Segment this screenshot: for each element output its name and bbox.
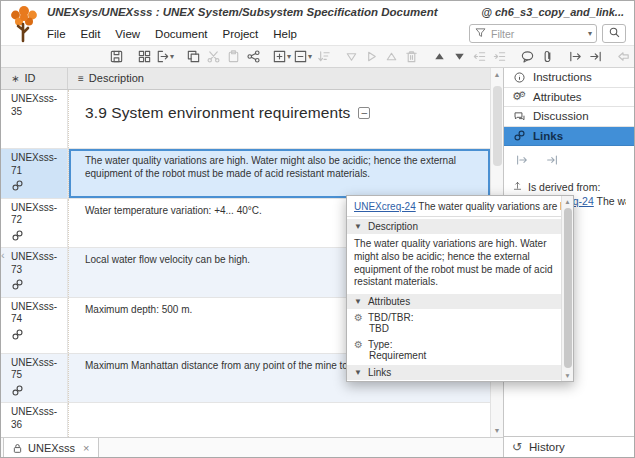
popup-section-attributes[interactable]: ▼ Attributes xyxy=(347,294,561,309)
tab-close-icon[interactable]: × xyxy=(83,442,89,454)
menu-edit[interactable]: Edit xyxy=(81,28,101,40)
popup-header-link[interactable]: UNEXcreq-24 xyxy=(354,201,416,212)
view-grid-icon xyxy=(137,49,152,64)
column-header-id[interactable]: ∗ID xyxy=(1,68,68,89)
popup-vertical-scrollbar[interactable]: ▲ ▼ xyxy=(561,196,573,381)
table-row[interactable]: UNEXsss-36 xyxy=(1,403,490,437)
scroll-down-arrow-icon[interactable]: ▼ xyxy=(491,427,503,434)
title-bar: UNEXsys/UNEXsss : UNEX System/Subsystem … xyxy=(1,1,634,23)
comment-button[interactable] xyxy=(517,47,537,67)
row-id[interactable]: UNEXsss-36 xyxy=(1,403,68,437)
popup-description-text: The water quality variations are high. W… xyxy=(347,234,561,292)
nav-back-icon xyxy=(616,49,631,64)
app-logo-tree-icon xyxy=(8,4,40,44)
insert-row-button[interactable]: ▾ xyxy=(271,47,292,67)
outdent-button[interactable] xyxy=(469,47,489,67)
requirement-preview-popup: UNEXcreq-24 The water quality variations… xyxy=(346,195,574,382)
row-description[interactable]: The water quality variations are high. W… xyxy=(68,149,490,198)
menu-project[interactable]: Project xyxy=(223,28,259,40)
panel-tab-instructions[interactable]: Instructions xyxy=(504,68,634,88)
trash-button[interactable] xyxy=(401,47,421,67)
filter-dropdown-caret-icon[interactable]: ▾ xyxy=(588,29,592,38)
menu-view[interactable]: View xyxy=(115,28,140,40)
chain-link-icon xyxy=(11,229,65,246)
bottom-tab-bar: UNEXsss × xyxy=(1,437,503,458)
chain-link-icon xyxy=(11,384,65,401)
sort-icon xyxy=(316,49,331,64)
triangle-right-icon xyxy=(364,49,379,64)
link-from-button[interactable] xyxy=(512,150,532,170)
funnel-icon xyxy=(474,25,487,43)
attachment-button[interactable] xyxy=(537,47,557,67)
comment-icon xyxy=(520,49,535,64)
menu-file[interactable]: File xyxy=(47,28,66,40)
export-button[interactable]: ▾ xyxy=(154,47,175,67)
scroll-up-arrow-icon[interactable]: ▲ xyxy=(562,198,573,205)
chevron-down-icon: ▼ xyxy=(354,297,362,306)
menu-help[interactable]: Help xyxy=(273,28,297,40)
save-button[interactable] xyxy=(106,47,126,67)
is-derived-from-label: Is derived from: xyxy=(528,181,600,193)
history-icon: ↺ xyxy=(512,440,522,454)
document-tab-unexsss[interactable]: UNEXsss × xyxy=(3,438,99,458)
move-up-button[interactable] xyxy=(429,47,449,67)
section-heading[interactable]: 3.9 System environment requirements– xyxy=(68,90,490,148)
filter-input[interactable] xyxy=(491,28,588,40)
column-header-description[interactable]: ≡Description xyxy=(68,68,490,89)
row-id[interactable]: UNEXsss-74 xyxy=(1,298,68,353)
panel-tab-discussion[interactable]: Discussion xyxy=(504,107,634,127)
search-button[interactable] xyxy=(602,24,626,43)
indent-button[interactable] xyxy=(489,47,509,67)
row-id[interactable]: UNEXsss-75 xyxy=(1,354,68,403)
scrollbar-thumb[interactable] xyxy=(493,86,502,166)
chain-link-icon xyxy=(11,328,65,345)
scroll-up-arrow-icon[interactable]: ▲ xyxy=(491,71,503,78)
row-id[interactable]: UNEXsss-73 xyxy=(1,248,68,297)
indent-icon xyxy=(492,49,507,64)
row-id[interactable]: UNEXsss-71 xyxy=(1,149,68,198)
link-to-icon xyxy=(588,49,603,64)
copy-button[interactable] xyxy=(183,47,203,67)
triangle-up-button[interactable] xyxy=(381,47,401,67)
dropdown-caret-icon: ▾ xyxy=(308,52,312,61)
links-panel-toolbar xyxy=(504,146,634,174)
link-to-button[interactable] xyxy=(585,47,605,67)
view-grid-button[interactable] xyxy=(134,47,154,67)
chain-link-icon xyxy=(11,179,65,196)
link-to-button[interactable] xyxy=(542,150,562,170)
filter-box[interactable]: ▾ xyxy=(469,24,597,43)
popup-attribute-value: TBD xyxy=(347,323,561,336)
row-description[interactable] xyxy=(68,403,490,437)
left-panel-collapse-handle[interactable]: ‹ xyxy=(1,249,5,261)
triangle-right-button[interactable] xyxy=(361,47,381,67)
scrollbar-thumb[interactable] xyxy=(564,208,572,368)
table-row[interactable]: UNEXsss-353.9 System environment require… xyxy=(1,90,490,149)
panel-tab-attributes[interactable]: ⚙⚙ Attributes xyxy=(504,88,634,108)
cut-button[interactable] xyxy=(203,47,223,67)
share-button[interactable] xyxy=(243,47,263,67)
chain-link-icon xyxy=(11,278,65,295)
row-id[interactable]: UNEXsss-72 xyxy=(1,199,68,248)
save-icon xyxy=(109,49,124,64)
popup-section-links[interactable]: ▼ Links xyxy=(347,365,561,380)
panel-tab-links[interactable]: Links xyxy=(504,127,634,147)
paste-button[interactable] xyxy=(223,47,243,67)
popup-header: UNEXcreq-24 The water quality variations… xyxy=(347,196,561,217)
row-id[interactable]: UNEXsss-35 xyxy=(1,90,68,148)
remove-row-button[interactable]: ▾ xyxy=(292,47,313,67)
paste-icon xyxy=(226,49,241,64)
panel-tab-history[interactable]: ↺ History xyxy=(504,436,634,456)
remove-row-icon xyxy=(293,49,308,64)
table-row[interactable]: UNEXsss-71The water quality variations a… xyxy=(1,149,490,199)
sort-button[interactable] xyxy=(313,47,333,67)
link-from-button[interactable] xyxy=(565,47,585,67)
popup-section-description[interactable]: ▼ Description xyxy=(347,219,561,234)
move-down-button[interactable] xyxy=(449,47,469,67)
asterisk-icon: ∗ xyxy=(11,73,19,84)
menu-document[interactable]: Document xyxy=(155,28,207,40)
scroll-down-arrow-icon[interactable]: ▼ xyxy=(562,372,573,379)
triangle-down-button[interactable] xyxy=(341,47,361,67)
app-window: UNEXsys/UNEXsss : UNEX System/Subsystem … xyxy=(0,0,635,458)
collapse-toggle-icon[interactable]: – xyxy=(358,107,370,119)
nav-back-button[interactable] xyxy=(613,47,633,67)
